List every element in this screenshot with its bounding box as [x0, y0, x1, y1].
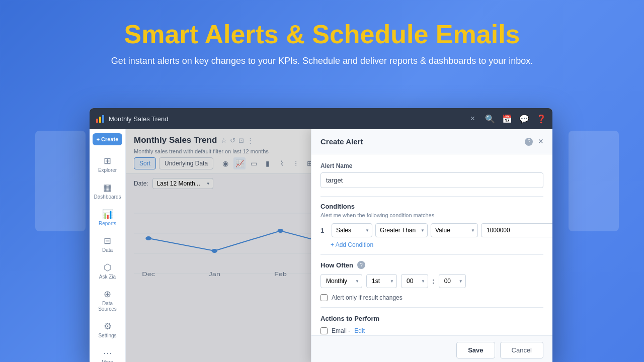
condition-value-input[interactable]	[481, 223, 552, 237]
action-email-edit-link[interactable]: Edit	[354, 327, 365, 334]
modal-close-button[interactable]: ×	[538, 136, 543, 147]
main-content: Monthly Sales Trend ☆ ↺ ⊡ ⋮ Monthly sale…	[126, 129, 552, 362]
page-title: Smart Alerts & Schedule Emails	[0, 20, 644, 49]
create-button[interactable]: + Create	[93, 133, 123, 145]
condition-operator-select[interactable]: Greater Than Less Than Equal To	[375, 223, 428, 237]
reports-icon: 📊	[102, 210, 113, 219]
minute-select-wrapper: 00 15 30	[439, 274, 466, 288]
decorative-left-panel	[35, 131, 86, 231]
svg-rect-1	[99, 117, 101, 123]
how-often-help-icon[interactable]: ?	[357, 261, 365, 269]
sidebar-item-settings[interactable]: ⚙ Settings	[90, 317, 125, 343]
sidebar-label-data: Data	[102, 247, 113, 253]
svg-rect-0	[96, 119, 98, 123]
app-logo-icon	[96, 114, 105, 123]
svg-rect-2	[102, 115, 104, 123]
day-select-wrapper: 1st 2nd 3rd	[366, 274, 397, 288]
condition-operator-wrapper: Greater Than Less Than Equal To	[375, 223, 428, 237]
how-often-label: How Often	[320, 261, 353, 269]
data-sources-icon: ⊕	[104, 290, 111, 299]
decorative-right-panel	[569, 131, 619, 231]
sidebar-label-settings: Settings	[98, 333, 116, 338]
save-button[interactable]: Save	[456, 342, 495, 358]
hour-select[interactable]: 00 01 02	[401, 274, 428, 288]
actions-section: Actions to Perform Email - Edit In - App…	[320, 315, 543, 335]
actions-title: Actions to Perform	[320, 315, 543, 322]
create-alert-modal: Create Alert ? × Alert Name C	[311, 129, 552, 362]
sidebar-label-ask-zia: Ask Zia	[99, 274, 116, 280]
sidebar-label-dashboards: Dashboards	[94, 194, 121, 200]
modal-header-icons: ? ×	[525, 136, 543, 147]
sidebar: + Create ⊞ Explorer ▦ Dashboards 📊 Repor…	[90, 129, 126, 362]
titlebar-actions: 🔍 📅 💬 ❓	[485, 114, 546, 124]
time-colon: :	[432, 277, 435, 285]
comment-icon[interactable]: 💬	[519, 114, 529, 124]
sidebar-item-dashboards[interactable]: ▦ Dashboards	[90, 178, 125, 205]
page-header: Smart Alerts & Schedule Emails Get insta…	[0, 0, 644, 66]
divider-2	[320, 254, 543, 255]
alert-name-group: Alert Name	[320, 162, 543, 188]
calendar-icon[interactable]: 📅	[502, 114, 512, 124]
ask-zia-icon: ⬡	[104, 263, 112, 272]
tab-label: Monthly Sales Trend	[109, 115, 470, 123]
sidebar-label-reports: Reports	[99, 221, 116, 226]
conditions-desc: Alert me when the following condition ma…	[320, 212, 543, 218]
modal-footer: Save Cancel	[311, 335, 552, 362]
modal-body: Alert Name Conditions Alert me when the …	[311, 154, 552, 335]
app-window: Monthly Sales Trend × 🔍 📅 💬 ❓ + Create ⊞…	[90, 108, 552, 362]
divider-3	[320, 307, 543, 308]
condition-type-select[interactable]: Value Percentage	[431, 223, 478, 237]
dashboards-icon: ▦	[103, 183, 112, 192]
data-icon: ⊟	[104, 236, 111, 245]
condition-type-wrapper: Value Percentage	[431, 223, 478, 237]
explorer-icon: ⊞	[104, 156, 111, 165]
how-often-header: How Often ?	[320, 261, 543, 269]
sidebar-label-explorer: Explorer	[98, 167, 117, 173]
modal-help-icon[interactable]: ?	[525, 138, 533, 146]
alert-only-row: Alert only if result changes	[320, 294, 543, 301]
add-condition-link[interactable]: + Add Condition	[331, 241, 543, 248]
alert-only-label: Alert only if result changes	[332, 294, 403, 301]
conditions-title: Conditions	[320, 203, 543, 210]
alert-only-checkbox[interactable]	[320, 294, 328, 301]
sidebar-item-reports[interactable]: 📊 Reports	[90, 205, 125, 231]
sidebar-label-data-sources: Data Sources	[93, 301, 122, 312]
alert-name-label: Alert Name	[320, 162, 543, 169]
how-often-section: How Often ? Monthly Daily Weekly	[320, 261, 543, 301]
hour-select-wrapper: 00 01 02	[401, 274, 428, 288]
condition-row-1: 1 Sales Revenue Greater Than Les	[320, 223, 543, 237]
help-icon[interactable]: ❓	[536, 114, 546, 124]
condition-field-wrapper: Sales Revenue	[332, 223, 372, 237]
divider-1	[320, 196, 543, 197]
title-bar: Monthly Sales Trend × 🔍 📅 💬 ❓	[90, 108, 552, 129]
sidebar-item-ask-zia[interactable]: ⬡ Ask Zia	[90, 258, 125, 285]
sidebar-item-data[interactable]: ⊟ Data	[90, 231, 125, 258]
modal-header: Create Alert ? ×	[311, 129, 552, 154]
frequency-row: Monthly Daily Weekly 1st 2nd 3rd	[320, 274, 543, 288]
settings-icon: ⚙	[104, 322, 112, 331]
sidebar-item-explorer[interactable]: ⊞ Explorer	[90, 151, 125, 178]
tab-close-button[interactable]: ×	[470, 114, 475, 123]
sidebar-label-more: More	[102, 359, 113, 362]
condition-field-select[interactable]: Sales Revenue	[332, 223, 372, 237]
action-email-label: Email -	[332, 327, 350, 334]
modal-title: Create Alert	[320, 137, 363, 146]
conditions-section: Conditions Alert me when the following c…	[320, 203, 543, 248]
action-email-checkbox[interactable]	[320, 327, 328, 334]
frequency-select-wrapper: Monthly Daily Weekly	[320, 274, 362, 288]
day-select[interactable]: 1st 2nd 3rd	[366, 274, 397, 288]
condition-number: 1	[320, 227, 329, 234]
search-icon[interactable]: 🔍	[485, 114, 495, 124]
sidebar-item-data-sources[interactable]: ⊕ Data Sources	[90, 285, 125, 317]
minute-select[interactable]: 00 15 30	[439, 274, 466, 288]
page-subtitle: Get instant alerts on key changes to you…	[0, 56, 644, 66]
more-icon: ⋯	[103, 348, 112, 357]
cancel-button[interactable]: Cancel	[500, 342, 543, 358]
sidebar-item-more[interactable]: ⋯ More	[90, 343, 125, 362]
alert-name-input[interactable]	[320, 172, 543, 188]
action-row-email: Email - Edit	[320, 327, 543, 334]
app-body: + Create ⊞ Explorer ▦ Dashboards 📊 Repor…	[90, 129, 552, 362]
frequency-select[interactable]: Monthly Daily Weekly	[320, 274, 362, 288]
